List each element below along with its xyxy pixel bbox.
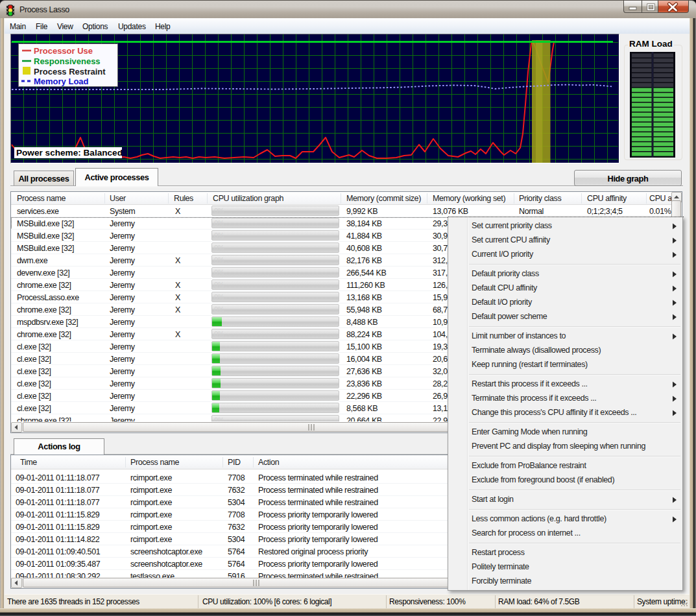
svg-text:Processor Use: Processor Use	[34, 46, 93, 56]
svg-text:Power scheme: Balanced: Power scheme: Balanced	[16, 148, 123, 158]
svg-text:Memory Load: Memory Load	[34, 77, 89, 86]
svg-text:Process Restraint: Process Restraint	[34, 67, 106, 77]
svg-text:Responsiveness: Responsiveness	[34, 56, 101, 66]
